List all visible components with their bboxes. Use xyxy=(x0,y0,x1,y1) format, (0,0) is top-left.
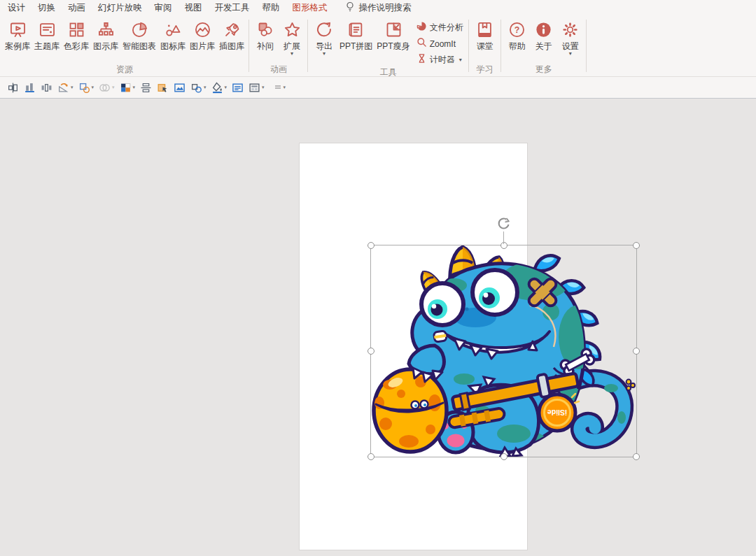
diagram-library-button[interactable]: 图示库 xyxy=(91,17,120,51)
icon-library-icon xyxy=(164,18,183,41)
settings-button[interactable]: 设置 ▾ xyxy=(557,17,584,57)
picture-library-icon xyxy=(193,18,212,41)
align-objects-center-button[interactable] xyxy=(7,82,19,94)
file-analysis-icon xyxy=(416,21,427,34)
insert-picture-button[interactable] xyxy=(174,82,186,94)
case-library-icon xyxy=(8,18,27,41)
dropdown-caret-icon: ▾ xyxy=(204,85,206,90)
lightbulb-icon xyxy=(345,1,355,15)
resize-handle-bottom-right[interactable] xyxy=(633,453,640,460)
merge-shapes-button[interactable]: ▾ xyxy=(99,82,115,94)
tab-review[interactable]: 审阅 xyxy=(148,0,178,15)
text-box-button[interactable] xyxy=(232,82,244,94)
help-button[interactable]: ? 帮助 xyxy=(504,17,531,51)
group-label-tools: 工具 xyxy=(311,66,466,78)
tab-transitions[interactable]: 切换 xyxy=(31,0,62,15)
group-label-resources: 资源 xyxy=(3,64,246,76)
ribbon-group-resources: 案例库 主题库 色彩库 图示库 智能图表 xyxy=(0,15,249,76)
dropdown-caret-icon: ▾ xyxy=(323,51,326,57)
group-shapes-button[interactable]: ▾ xyxy=(78,82,94,94)
extend-button[interactable]: 扩展 ▾ xyxy=(279,17,305,57)
dropdown-caret-icon: ▾ xyxy=(133,85,136,90)
question-circle-icon: ? xyxy=(507,18,526,41)
dropdown-caret-icon: ▾ xyxy=(290,51,293,57)
tab-developer[interactable]: 开发工具 xyxy=(209,0,256,15)
about-button[interactable]: 关于 xyxy=(531,17,557,51)
dropdown-caret-icon: ▾ xyxy=(92,85,94,90)
color-library-button[interactable]: 色彩库 xyxy=(62,17,91,51)
dropdown-caret-icon: ▾ xyxy=(284,85,286,90)
rotation-handle-stem xyxy=(503,231,504,244)
info-circle-icon xyxy=(534,18,553,41)
rotation-handle[interactable] xyxy=(495,215,512,232)
case-library-button[interactable]: 案例库 xyxy=(3,17,32,51)
rotate-shape-button[interactable]: ▾ xyxy=(57,82,74,94)
align-bottom-button[interactable] xyxy=(24,82,36,94)
dropdown-caret-icon: ▾ xyxy=(262,85,265,90)
insert-shape-button[interactable]: ▾ xyxy=(190,82,206,94)
slide-layout-button[interactable]: ▾ xyxy=(248,82,265,94)
toolbar-options-button[interactable]: ▾ xyxy=(274,83,286,92)
book-icon xyxy=(475,18,494,41)
hourglass-icon xyxy=(416,53,427,66)
ribbon-group-tools: 导出 ▾ PPT拼图 PPT瘦身 文件分析 xyxy=(308,15,469,76)
tab-help[interactable]: 帮助 xyxy=(256,0,286,15)
group-label-animation: 动画 xyxy=(252,64,305,76)
export-icon xyxy=(315,18,334,41)
theme-colors-button[interactable]: ▾ xyxy=(120,82,136,94)
search-label: 操作说明搜索 xyxy=(359,2,412,14)
illustration-library-button[interactable]: 插图库 xyxy=(217,17,246,51)
selection-outline xyxy=(370,245,637,457)
icon-library-button[interactable]: 图标库 xyxy=(158,17,188,51)
theme-library-icon xyxy=(38,18,57,41)
classroom-button[interactable]: 课堂 xyxy=(472,17,498,51)
resize-handle-bottom-left[interactable] xyxy=(368,453,374,460)
ribbon-group-learning: 课堂 学习 xyxy=(469,15,501,76)
export-button[interactable]: 导出 ▾ xyxy=(311,17,337,57)
dropdown-caret-icon: ▾ xyxy=(71,85,74,90)
ribbon-group-more: ? 帮助 关于 设置 ▾ 更多 xyxy=(501,15,587,76)
illustration-library-icon xyxy=(223,18,241,41)
tools-small-column: 文件分析 ZoomIt 计时器 ▾ xyxy=(412,17,466,66)
fill-color-button[interactable]: ▾ xyxy=(211,82,227,94)
file-analysis-button[interactable]: 文件分析 xyxy=(416,21,463,34)
smart-chart-icon xyxy=(130,18,149,41)
picture-library-button[interactable]: 图片库 xyxy=(188,17,217,51)
ribbon-group-animation: 补间 扩展 ▾ 动画 xyxy=(249,15,308,76)
group-label-learning: 学习 xyxy=(472,64,498,76)
tab-view[interactable]: 视图 xyxy=(178,0,209,15)
color-library-icon xyxy=(67,18,86,41)
resize-handle-top-left[interactable] xyxy=(368,242,374,249)
tween-button[interactable]: 补间 xyxy=(252,17,279,51)
tween-icon xyxy=(256,18,275,41)
resize-handle-middle-right[interactable] xyxy=(633,348,640,355)
quick-access-toolbar: ▾ ▾ ▾ ▾ ▾ ▾ ▾ ▾ xyxy=(0,77,756,99)
distribute-horizontal-button[interactable] xyxy=(41,82,52,94)
menu-bar: 设计 切换 动画 幻灯片放映 审阅 视图 开发工具 帮助 图形格式 操作说明搜索 xyxy=(0,0,756,15)
slide-canvas-area: iSlide xyxy=(0,99,756,556)
dropdown-caret-icon: ▾ xyxy=(112,85,115,90)
svg-text:?: ? xyxy=(514,25,520,35)
ppt-slim-button[interactable]: PPT瘦身 xyxy=(374,17,412,51)
ppt-slim-icon xyxy=(384,18,403,41)
dropdown-caret-icon: ▾ xyxy=(459,57,462,63)
smart-chart-button[interactable]: 智能图表 xyxy=(120,17,158,51)
powerpoint-window: 设计 切换 动画 幻灯片放映 审阅 视图 开发工具 帮助 图形格式 操作说明搜索… xyxy=(0,0,756,556)
tab-design[interactable]: 设计 xyxy=(1,0,31,15)
tab-slideshow[interactable]: 幻灯片放映 xyxy=(92,0,148,15)
selection-pane-button[interactable] xyxy=(157,82,169,94)
ppt-puzzle-button[interactable]: PPT拼图 xyxy=(337,17,374,51)
tab-graphics-format[interactable]: 图形格式 xyxy=(286,0,334,15)
magnifier-icon xyxy=(416,37,427,50)
resize-handle-middle-left[interactable] xyxy=(368,348,374,355)
resize-handle-bottom-center[interactable] xyxy=(500,453,507,460)
tab-animations[interactable]: 动画 xyxy=(62,0,92,15)
tell-me-search[interactable]: 操作说明搜索 xyxy=(345,1,412,15)
timer-button[interactable]: 计时器 ▾ xyxy=(416,53,463,66)
zoomit-button[interactable]: ZoomIt xyxy=(416,37,463,50)
resize-handle-top-right[interactable] xyxy=(633,242,640,249)
theme-library-button[interactable]: 主题库 xyxy=(32,17,62,51)
align-vertical-center-button[interactable] xyxy=(140,82,152,94)
star-icon xyxy=(283,18,302,41)
ppt-puzzle-icon xyxy=(346,18,365,41)
